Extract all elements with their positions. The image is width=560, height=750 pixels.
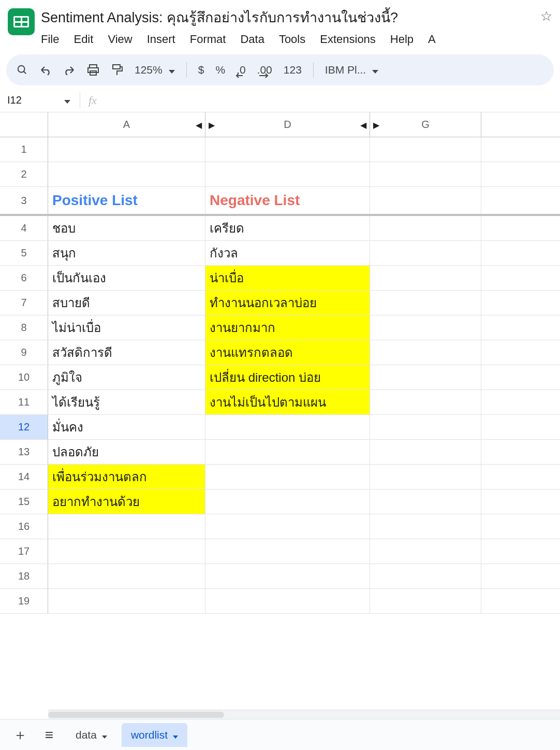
cell[interactable] [205,539,370,564]
cell[interactable] [205,440,370,464]
cell[interactable] [370,216,481,240]
cell[interactable] [370,539,481,564]
row-header[interactable]: 8 [0,315,48,340]
horizontal-scrollbar[interactable] [48,710,560,719]
cell[interactable] [370,365,481,390]
cell[interactable] [370,390,481,414]
cell[interactable] [481,315,560,340]
cell[interactable] [205,415,370,439]
cell[interactable]: งานไม่เป็นไปตามแผน [205,390,370,414]
decrease-decimal-button[interactable]: .0 [237,64,246,76]
cell[interactable] [481,266,560,290]
cell[interactable] [481,415,560,439]
row-header[interactable]: 5 [0,241,48,265]
cell[interactable] [48,564,205,588]
cell[interactable] [370,241,481,265]
cell[interactable] [370,564,481,588]
cell[interactable] [481,365,560,390]
cell[interactable] [205,589,370,613]
cell[interactable] [205,514,370,539]
cell[interactable]: ทำงานนอกเวลาบ่อย [205,291,370,315]
cell[interactable] [481,162,560,186]
cell[interactable]: อยากทำงานด้วย [48,489,205,514]
menu-data[interactable]: Data [240,33,264,46]
number-format-button[interactable]: 123 [284,64,302,76]
cell[interactable] [481,539,560,564]
cell[interactable]: ไม่น่าเบื่อ [48,315,205,340]
row-header[interactable]: 2 [0,162,48,186]
cell[interactable] [481,137,560,162]
redo-icon[interactable] [63,65,76,75]
menu-view[interactable]: View [108,33,132,46]
row-header[interactable]: 17 [0,539,48,564]
row-header[interactable]: 18 [0,564,48,588]
zoom-select[interactable]: 125% [135,64,175,76]
cell[interactable] [205,465,370,489]
row-header[interactable]: 10 [0,365,48,390]
cell[interactable] [481,440,560,464]
cell[interactable] [370,266,481,290]
cell[interactable]: น่าเบื่อ [205,266,370,290]
cell[interactable]: สบายดี [48,291,205,315]
cell[interactable] [370,489,481,514]
increase-decimal-button[interactable]: .00 [257,64,272,76]
cell[interactable]: ปลอดภัย [48,440,205,464]
cell[interactable]: ภูมิใจ [48,365,205,390]
row-header[interactable]: 3 [0,187,48,214]
cell[interactable] [481,340,560,365]
cell[interactable]: ได้เรียนรู้ [48,390,205,414]
cell[interactable] [370,187,481,214]
cell[interactable] [205,489,370,514]
cell[interactable] [481,514,560,539]
cell[interactable] [370,514,481,539]
row-header[interactable]: 13 [0,440,48,464]
cell[interactable] [481,465,560,489]
add-sheet-button[interactable]: ＋ [8,723,32,747]
cell[interactable]: งานยากมาก [205,315,370,340]
star-icon[interactable]: ☆ [540,8,552,24]
row-header[interactable]: 16 [0,514,48,539]
column-header[interactable] [481,112,560,137]
column-group-expand-icon[interactable]: ▶ [373,120,379,129]
cell[interactable] [481,564,560,588]
row-header[interactable]: 1 [0,137,48,162]
scrollbar-thumb[interactable] [48,712,224,718]
cell[interactable] [370,340,481,365]
cell[interactable] [205,162,370,186]
format-currency-button[interactable]: $ [198,64,204,76]
cell[interactable]: สวัสดิการดี [48,340,205,365]
cell[interactable] [370,291,481,315]
menu-help[interactable]: Help [390,33,414,46]
cell[interactable]: เครียด [205,216,370,240]
menu-edit[interactable]: Edit [73,33,93,46]
sheets-logo-icon[interactable] [8,8,35,35]
format-percent-button[interactable]: % [215,64,225,76]
row-header[interactable]: 9 [0,340,48,365]
font-select[interactable]: IBM Pl... [325,64,378,76]
row-header[interactable]: 15 [0,489,48,514]
column-header-G[interactable]: ▶ G [370,112,481,137]
row-header[interactable]: 4 [0,216,48,240]
cell[interactable] [48,589,205,613]
menu-format[interactable]: Format [190,33,226,46]
cell[interactable] [481,390,560,414]
paint-format-icon[interactable] [111,64,123,76]
menu-accessibility[interactable]: A [428,33,436,46]
undo-icon[interactable] [39,65,52,75]
row-header[interactable]: 14 [0,465,48,489]
cell[interactable] [205,137,370,162]
cell[interactable] [481,187,560,214]
cell[interactable] [370,415,481,439]
cell[interactable] [370,137,481,162]
cell[interactable] [48,162,205,186]
sheet-tab-data[interactable]: data [66,723,116,747]
cell[interactable]: สนุก [48,241,205,265]
cell[interactable]: เพื่อนร่วมงานตลก [48,465,205,489]
cell[interactable] [481,489,560,514]
menu-insert[interactable]: Insert [147,33,175,46]
column-header-D[interactable]: ▶ D ◀ [205,112,370,137]
cell[interactable]: Negative List [205,187,370,214]
doc-title[interactable]: Sentiment Analysis: คุณรู้สึกอย่างไรกับก… [41,5,534,31]
menu-tools[interactable]: Tools [279,33,305,46]
cell[interactable] [481,216,560,240]
